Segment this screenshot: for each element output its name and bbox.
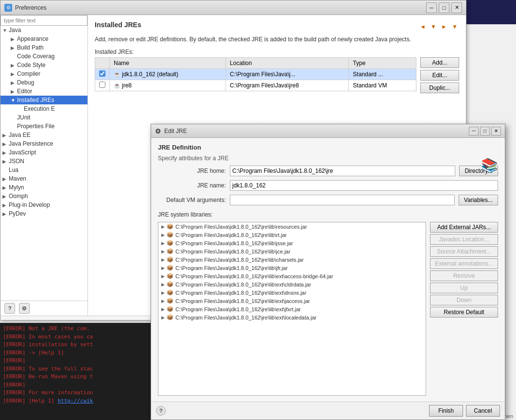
list-item[interactable]: ▶📦C:\Program Files\Java\jdk1.8.0_162\jre…	[158, 222, 426, 231]
add-external-jars-button[interactable]: Add External JARs...	[430, 222, 498, 233]
table-row[interactable]: ☕jre8 C:\Program Files\Java\jre8 Standar…	[95, 80, 416, 91]
jar-icon: 📦	[167, 298, 173, 304]
list-item[interactable]: ▶📦C:\Program Files\Java\jdk1.8.0_162\jre…	[158, 297, 426, 305]
dialog-section-title: JRE Definition	[158, 144, 498, 151]
restore-default-button[interactable]: Restore Default	[430, 307, 498, 318]
sidebar-label-junit: JUnit	[17, 114, 30, 121]
console-area: [ERROR] Not a JRE (the com. [ERROR] In m…	[0, 323, 151, 420]
sidebar-item-java-persistence[interactable]: ▶ Java Persistence	[0, 139, 87, 148]
dialog-minimize-button[interactable]: ─	[469, 127, 479, 135]
installed-jres-label: Installed JREs:	[95, 49, 459, 55]
list-item[interactable]: ▶📦C:\Program Files\Java\jdk1.8.0_162\jre…	[158, 305, 426, 313]
remove-button[interactable]: Remove	[430, 270, 498, 281]
help-icon-btn[interactable]: ?	[4, 303, 15, 314]
up-button[interactable]: Up	[430, 283, 498, 293]
variables-button[interactable]: Variables...	[459, 195, 498, 205]
list-item[interactable]: ▶📦C:\Program Files\Java\jdk1.8.0_162\jre…	[158, 239, 426, 247]
list-item[interactable]: ▶📦C:\Program Files\Java\jdk1.8.0_162\jre…	[158, 280, 426, 288]
default-vm-input[interactable]	[230, 195, 455, 205]
nav-arrows: ◄ ▼ ► ▼	[418, 22, 459, 31]
sidebar-label-debug: Debug	[17, 79, 34, 86]
list-item[interactable]: ▶📦C:\Program Files\Java\jdk1.8.0_162\jre…	[158, 231, 426, 239]
jre-home-input[interactable]	[230, 166, 455, 176]
list-item[interactable]: ▶📦C:\Program Files\Java\jdk1.8.0_162\jre…	[158, 247, 426, 255]
list-item[interactable]: ▶📦C:\Program Files\Java\jdk1.8.0_162\jre…	[158, 264, 426, 272]
source-attachment-button[interactable]: Source Attachment...	[430, 246, 498, 257]
tree-arrow: ▼	[11, 98, 16, 103]
console-link[interactable]: http://cwik	[58, 398, 93, 404]
sidebar-item-pydev[interactable]: ▶ PyDev	[0, 209, 87, 218]
lib-arrow: ▶	[161, 315, 165, 320]
nav-dropdown2-button[interactable]: ▼	[450, 22, 459, 31]
sidebar-item-junit[interactable]: JUnit	[0, 113, 87, 122]
sidebar-item-appearance[interactable]: ▶ Appearance	[0, 34, 87, 43]
jre-name-input[interactable]	[230, 180, 498, 191]
col-header-location: Location	[226, 57, 349, 68]
sidebar-item-java-ee[interactable]: ▶ Java EE	[0, 131, 87, 139]
javadoc-location-button[interactable]: Javadoc Location...	[430, 234, 498, 245]
titlebar-left: ⚙ Preferences	[4, 4, 47, 12]
sidebar-item-code-coverage[interactable]: Code Coverag	[0, 52, 87, 61]
lib-arrow: ▶	[161, 257, 165, 262]
jar-icon: 📦	[167, 289, 173, 296]
down-button[interactable]: Down	[430, 295, 498, 305]
external-annotations-button[interactable]: External annotations...	[430, 258, 498, 269]
sidebar-label-build-path: Build Path	[17, 44, 44, 51]
sidebar-item-installed-jres[interactable]: ▼ Installed JREs	[0, 96, 87, 104]
tree-arrow: ▶	[2, 150, 7, 155]
lib-arrow: ▶	[161, 224, 165, 229]
sidebar-item-properties-file[interactable]: Properties File	[0, 122, 87, 131]
list-item[interactable]: ▶📦C:\Program Files\Java\jdk1.8.0_162\jre…	[158, 288, 426, 297]
nav-back-button[interactable]: ◄	[418, 22, 427, 31]
filter-input[interactable]	[0, 15, 87, 26]
sidebar: ▼ Java ▶ Appearance ▶ Build Path Code Co…	[0, 15, 88, 316]
sidebar-item-lua[interactable]: Lua	[0, 166, 87, 174]
sidebar-item-mylyn[interactable]: ▶ Mylyn	[0, 183, 87, 192]
list-item[interactable]: ▶📦C:\Program Files\Java\jdk1.8.0_162\jre…	[158, 313, 426, 321]
sidebar-item-compiler[interactable]: ▶ Compiler	[0, 69, 87, 78]
sidebar-item-java[interactable]: ▼ Java	[0, 26, 87, 34]
cancel-button[interactable]: Cancel	[466, 405, 500, 417]
dialog-help-button[interactable]: ?	[156, 406, 166, 416]
jre-checkbox[interactable]	[99, 82, 105, 88]
sidebar-item-code-style[interactable]: ▶ Code Style	[0, 61, 87, 69]
dialog-maximize-button[interactable]: □	[480, 127, 490, 135]
minimize-button[interactable]: ─	[426, 2, 437, 13]
console-line: [ERROR] To see the full stac	[3, 365, 148, 373]
jre-checkbox[interactable]	[99, 70, 105, 77]
settings-icon-btn[interactable]: ⚙	[19, 303, 30, 314]
sidebar-item-editor[interactable]: ▶ Editor	[0, 87, 87, 96]
sidebar-item-execution-env[interactable]: Execution E	[0, 104, 87, 113]
dialog-titlebar: ⚙ Edit JRE ─ □ ✕	[151, 124, 505, 138]
lib-arrow: ▶	[161, 266, 165, 270]
sidebar-item-oomph[interactable]: ▶ Oomph	[0, 192, 87, 201]
libraries-list[interactable]: ▶📦C:\Program Files\Java\jdk1.8.0_162\jre…	[158, 222, 426, 396]
finish-button[interactable]: Finish	[429, 405, 463, 417]
sidebar-bottom: ? ⚙	[0, 301, 87, 316]
nav-forward-button[interactable]: ►	[440, 22, 448, 31]
jres-and-buttons: Name Location Type ☕jdk1.8.0_162 (defaul…	[95, 57, 459, 93]
tree-arrow: ▶	[2, 185, 7, 190]
edit-button[interactable]: Edit...	[420, 70, 459, 81]
list-item[interactable]: ▶📦C:\Program Files\Java\jdk1.8.0_162\jre…	[158, 255, 426, 264]
sidebar-item-maven[interactable]: ▶ Maven	[0, 174, 87, 183]
sidebar-item-build-path[interactable]: ▶ Build Path	[0, 43, 87, 52]
maximize-button[interactable]: □	[439, 2, 449, 13]
table-row[interactable]: ☕jdk1.8.0_162 (default) C:\Program Files…	[95, 68, 416, 80]
dialog-controls: ─ □ ✕	[469, 127, 501, 135]
sidebar-item-json[interactable]: ▶ JSON	[0, 157, 87, 166]
dialog-close-button[interactable]: ✕	[491, 127, 501, 135]
preferences-titlebar: ⚙ Preferences ─ □ ✕	[0, 0, 466, 15]
sidebar-label-maven: Maven	[9, 175, 26, 182]
sidebar-item-debug[interactable]: ▶ Debug	[0, 78, 87, 87]
add-button[interactable]: Add...	[420, 57, 459, 68]
close-button[interactable]: ✕	[451, 2, 462, 13]
nav-dropdown-button[interactable]: ▼	[429, 22, 438, 31]
lib-arrow: ▶	[161, 290, 165, 295]
sidebar-item-javascript[interactable]: ▶ JavaScript	[0, 148, 87, 157]
list-item[interactable]: ▶📦C:\Program Files\Java\jdk1.8.0_162\jre…	[158, 272, 426, 280]
sidebar-label-properties-file: Properties File	[17, 123, 54, 130]
duplicate-button[interactable]: Duplic...	[420, 83, 459, 93]
tree-arrow: ▶	[2, 194, 7, 199]
sidebar-item-plugin-dev[interactable]: ▶ Plug-in Develop	[0, 201, 87, 209]
